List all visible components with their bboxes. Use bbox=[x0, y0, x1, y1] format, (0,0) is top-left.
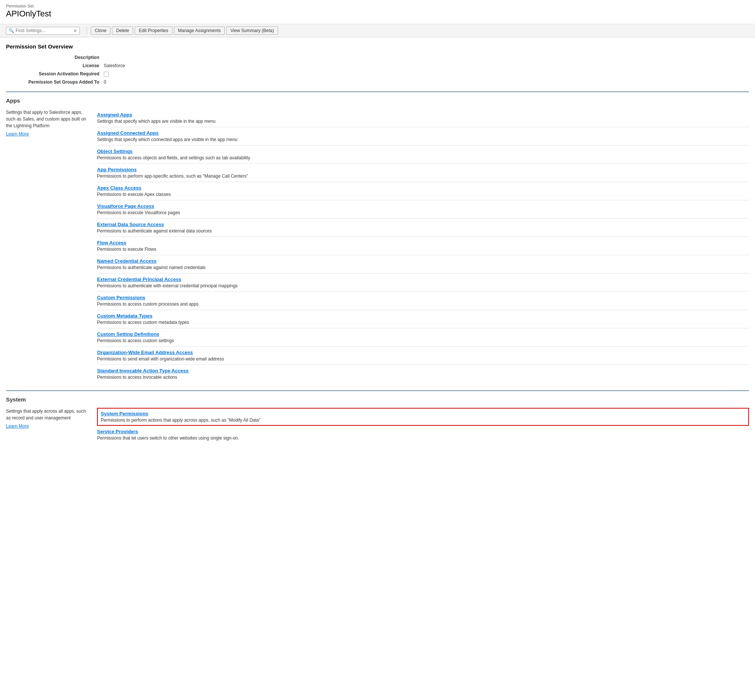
system-section-title: System bbox=[6, 396, 749, 403]
system-description: Settings that apply across all apps, suc… bbox=[6, 409, 86, 420]
system-right-col: System Permissions Permissions to perfor… bbox=[97, 408, 749, 444]
setting-row: Flow Access Permissions to execute Flows bbox=[97, 237, 749, 255]
external-data-source-access-link[interactable]: External Data Source Access bbox=[97, 222, 749, 227]
system-learn-more[interactable]: Learn More bbox=[6, 423, 88, 430]
setting-row: Visualforce Page Access Permissions to e… bbox=[97, 200, 749, 219]
system-two-col: Settings that apply across all apps, suc… bbox=[6, 408, 749, 444]
custom-metadata-types-link[interactable]: Custom Metadata Types bbox=[97, 313, 749, 319]
overview-grid: Description License Salesforce Session A… bbox=[28, 54, 289, 86]
flow-access-link[interactable]: Flow Access bbox=[97, 240, 749, 245]
session-activation-checkbox[interactable] bbox=[104, 72, 109, 77]
app-permissions-desc: Permissions to perform app-specific acti… bbox=[97, 173, 248, 179]
system-permissions-desc: Permissions to perform actions that appl… bbox=[101, 417, 261, 423]
main-content: Permission Set Overview Description Lice… bbox=[0, 38, 755, 451]
search-icon: 🔍 bbox=[9, 28, 14, 33]
breadcrumb: Permission Set bbox=[6, 4, 749, 8]
apps-section-title: Apps bbox=[6, 97, 749, 104]
description-value bbox=[104, 54, 289, 61]
setting-row: Assigned Connected Apps Settings that sp… bbox=[97, 127, 749, 145]
description-label: Description bbox=[28, 54, 99, 61]
setting-row: External Data Source Access Permissions … bbox=[97, 219, 749, 237]
view-summary-button[interactable]: View Summary (Beta) bbox=[226, 27, 278, 35]
named-credential-access-desc: Permissions to authenticate against name… bbox=[97, 265, 206, 270]
standard-invocable-action-desc: Permissions to access invocable actions bbox=[97, 375, 177, 380]
visualforce-page-access-link[interactable]: Visualforce Page Access bbox=[97, 203, 749, 209]
system-permissions-link[interactable]: System Permissions bbox=[101, 411, 745, 416]
setting-row: App Permissions Permissions to perform a… bbox=[97, 164, 749, 182]
license-value: Salesforce bbox=[104, 62, 289, 69]
apps-description: Settings that apply to Salesforce apps, … bbox=[6, 110, 86, 128]
setting-row: Apex Class Access Permissions to execute… bbox=[97, 182, 749, 200]
setting-row: External Credential Principal Access Per… bbox=[97, 273, 749, 292]
system-left-col: Settings that apply across all apps, suc… bbox=[6, 408, 88, 444]
assigned-apps-link[interactable]: Assigned Apps bbox=[97, 112, 749, 117]
clone-button[interactable]: Clone bbox=[91, 27, 111, 35]
setting-row: Object Settings Permissions to access ob… bbox=[97, 145, 749, 164]
edit-properties-button[interactable]: Edit Properties bbox=[135, 27, 172, 35]
service-providers-link[interactable]: Service Providers bbox=[97, 429, 749, 434]
page-title: APIOnlyTest bbox=[6, 9, 749, 19]
external-credential-principal-access-desc: Permissions to authenticate with externa… bbox=[97, 283, 238, 288]
setting-row: Named Credential Access Permissions to a… bbox=[97, 255, 749, 273]
org-wide-email-access-desc: Permissions to send email with organizat… bbox=[97, 356, 224, 362]
apex-class-access-link[interactable]: Apex Class Access bbox=[97, 185, 749, 191]
apex-class-access-desc: Permissions to execute Apex classes bbox=[97, 192, 170, 197]
apps-left-col: Settings that apply to Salesforce apps, … bbox=[6, 109, 88, 383]
search-container[interactable]: 🔍 ✕ bbox=[6, 27, 80, 35]
custom-permissions-link[interactable]: Custom Permissions bbox=[97, 295, 749, 300]
flow-access-desc: Permissions to execute Flows bbox=[97, 247, 156, 252]
custom-setting-definitions-desc: Permissions to access custom settings bbox=[97, 338, 174, 343]
apps-two-col: Settings that apply to Salesforce apps, … bbox=[6, 109, 749, 383]
setting-row: Custom Permissions Permissions to access… bbox=[97, 292, 749, 310]
object-settings-link[interactable]: Object Settings bbox=[97, 148, 749, 154]
assigned-connected-apps-link[interactable]: Assigned Connected Apps bbox=[97, 130, 749, 136]
apps-right-col: Assigned Apps Settings that specify whic… bbox=[97, 109, 749, 383]
org-wide-email-access-link[interactable]: Organization-Wide Email Address Access bbox=[97, 350, 749, 355]
psg-label: Permission Set Groups Added To bbox=[28, 79, 99, 86]
toolbar: 🔍 ✕ Clone Delete Edit Properties Manage … bbox=[0, 24, 755, 38]
setting-row: Custom Metadata Types Permissions to acc… bbox=[97, 310, 749, 328]
service-providers-row: Service Providers Permissions that let u… bbox=[97, 426, 749, 444]
visualforce-page-access-desc: Permissions to execute Visualforce pages bbox=[97, 210, 180, 215]
custom-metadata-types-desc: Permissions to access custom metadata ty… bbox=[97, 320, 189, 325]
custom-permissions-desc: Permissions to access custom processes a… bbox=[97, 302, 199, 307]
setting-row: Standard Invocable Action Type Access Pe… bbox=[97, 365, 749, 383]
toolbar-divider bbox=[87, 27, 87, 34]
setting-row: Assigned Apps Settings that specify whic… bbox=[97, 109, 749, 127]
app-permissions-link[interactable]: App Permissions bbox=[97, 167, 749, 172]
custom-setting-definitions-link[interactable]: Custom Setting Definitions bbox=[97, 331, 749, 337]
psg-value: 0 bbox=[104, 79, 289, 86]
standard-invocable-action-link[interactable]: Standard Invocable Action Type Access bbox=[97, 368, 749, 373]
external-data-source-access-desc: Permissions to authenticate against exte… bbox=[97, 228, 212, 234]
search-input[interactable] bbox=[16, 28, 72, 33]
session-activation-value bbox=[104, 70, 289, 77]
service-providers-desc: Permissions that let users switch to oth… bbox=[97, 436, 239, 441]
system-section: System Settings that apply across all ap… bbox=[6, 390, 749, 451]
object-settings-desc: Permissions to access objects and fields… bbox=[97, 155, 250, 161]
named-credential-access-link[interactable]: Named Credential Access bbox=[97, 258, 749, 264]
delete-button[interactable]: Delete bbox=[112, 27, 133, 35]
assigned-connected-apps-desc: Settings that specify which connected ap… bbox=[97, 137, 238, 142]
overview-title: Permission Set Overview bbox=[6, 43, 749, 50]
license-label: License bbox=[28, 62, 99, 69]
system-permissions-row: System Permissions Permissions to perfor… bbox=[97, 408, 749, 426]
setting-row: Organization-Wide Email Address Access P… bbox=[97, 347, 749, 365]
assigned-apps-desc: Settings that specify which apps are vis… bbox=[97, 119, 216, 124]
clear-search-icon[interactable]: ✕ bbox=[73, 28, 77, 34]
apps-learn-more[interactable]: Learn More bbox=[6, 131, 88, 138]
apps-section: Apps Settings that apply to Salesforce a… bbox=[6, 91, 749, 390]
external-credential-principal-access-link[interactable]: External Credential Principal Access bbox=[97, 277, 749, 282]
header-section: Permission Set APIOnlyTest bbox=[0, 0, 755, 24]
manage-assignments-button[interactable]: Manage Assignments bbox=[174, 27, 225, 35]
setting-row: Custom Setting Definitions Permissions t… bbox=[97, 328, 749, 347]
session-activation-label: Session Activation Required bbox=[28, 70, 99, 77]
